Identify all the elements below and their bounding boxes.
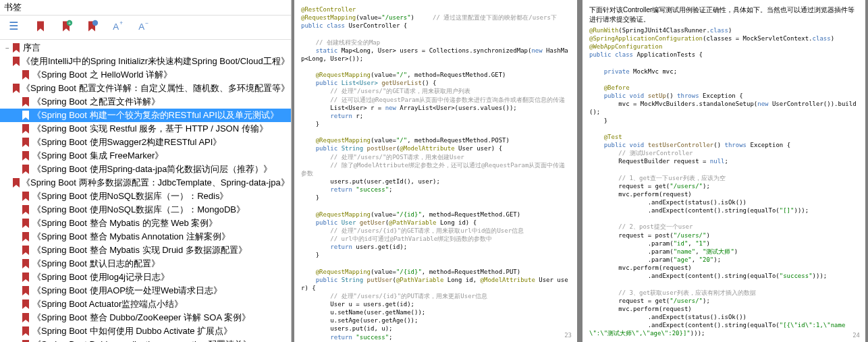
bookmark-icon xyxy=(22,111,31,120)
page-number: 23 xyxy=(564,331,572,339)
bookmark-icon xyxy=(22,232,31,241)
bookmark-item[interactable]: 《Spring Boot 集成 FreeMarker》 xyxy=(0,149,291,163)
sidebar-tab-label: 书签 xyxy=(0,0,291,16)
bookmark-label: 《Spring Boot 使用NoSQL数据库（二）：MongoDB》 xyxy=(31,204,245,216)
bookmark-item[interactable]: −序言 xyxy=(0,41,291,55)
bookmark-item[interactable]: 《Spring Boot 默认日志的配置》 xyxy=(0,257,291,270)
bookmark-label: 《Spring Boot 配置文件详解：自定义属性、随机数、多环境配置等》 xyxy=(20,82,290,94)
bookmark-icon xyxy=(22,219,31,228)
font-increase-icon[interactable]: A+ xyxy=(111,20,124,35)
bookmark-label: 《Spring Boot Dubbo applications.properti… xyxy=(31,339,252,342)
bookmark-icon xyxy=(22,165,31,174)
bookmark-item[interactable]: 《Spring Boot 使用AOP统一处理Web请求日志》 xyxy=(0,284,291,297)
bookmark-label: 《Spring Boot 之配置文件详解》 xyxy=(31,96,160,108)
bookmark-item[interactable]: 《Spring Boot Dubbo applications.properti… xyxy=(0,338,291,342)
bookmark-item[interactable]: 《Spring Boot 使用NoSQL数据库（一）：Redis》 xyxy=(0,190,291,203)
svg-rect-0 xyxy=(10,22,18,23)
bookmarks-toolbar: + A+ A− xyxy=(0,16,291,40)
svg-text:A: A xyxy=(113,22,119,32)
bookmark-item[interactable]: 《Spring Boot 中如何使用 Dubbo Activate 扩展点》 xyxy=(0,324,291,338)
bookmark-label: 《Spring Boot 整合 Mybatis Annotation 注解案例》 xyxy=(31,231,230,243)
bookmark-label: 《Spring Boot 构建一个较为复杂的RESTful API以及单元测试》 xyxy=(31,109,279,121)
code-block-left: @RestController @RequestMapping(value="/… xyxy=(301,5,570,342)
page-left: @RestController @RequestMapping(value="/… xyxy=(294,0,577,342)
bookmark-icon xyxy=(12,178,20,188)
bookmark-icon xyxy=(22,286,31,295)
bookmark-icon xyxy=(22,97,31,107)
bookmark-icon xyxy=(22,326,31,336)
bookmark-item[interactable]: 《Spring Boot Actuator监控端点小结》 xyxy=(0,297,291,311)
bookmark-icon xyxy=(22,273,31,282)
bookmark-item[interactable]: 《Spring Boot 使用Spring-data-jpa简化数据访问层（推荐… xyxy=(0,163,291,176)
svg-text:A: A xyxy=(138,22,144,32)
svg-text:+: + xyxy=(68,21,71,26)
bookmark-item[interactable]: 《Spring Boot 整合 Mybatis Annotation 注解案例》 xyxy=(0,230,291,244)
page-number: 24 xyxy=(852,331,860,339)
bookmark-icon xyxy=(22,259,31,268)
code-block-right: @RunWith(SpringJUnit4ClassRunner.class) … xyxy=(589,26,859,342)
bookmark-item[interactable]: 《Spring Boot 使用NoSQL数据库（二）：MongoDB》 xyxy=(0,203,291,217)
bookmark-item[interactable]: 《Spring Boot 整合 Dubbo/ZooKeeper 详解 SOA 案… xyxy=(0,311,291,324)
bookmark-item[interactable]: 《Spring Boot 使用log4j记录日志》 xyxy=(0,270,291,284)
bookmarks-sidebar: 书签 + A+ A− −序言《使用IntelliJ中的Spring Initia… xyxy=(0,0,292,342)
expand-icon[interactable]: − xyxy=(3,45,12,52)
bookmark-icon xyxy=(22,192,31,201)
bookmark-icon xyxy=(12,84,20,93)
bookmark-item[interactable]: 《Spring Boot 构建一个较为复杂的RESTful API以及单元测试》 xyxy=(0,109,291,122)
svg-text:−: − xyxy=(145,20,148,26)
page-right: 下面针对该Controller编写测试用例验证正确性，具体如下。当然也可以通过浏… xyxy=(582,0,865,342)
bookmark-label: 《Spring Boot 中如何使用 Dubbo Activate 扩展点》 xyxy=(31,325,232,337)
bookmark-item[interactable]: 《Spring Boot 配置文件详解：自定义属性、随机数、多环境配置等》 xyxy=(0,82,291,95)
bookmark-label: 序言 xyxy=(22,42,40,54)
bookmark-icon xyxy=(22,246,31,255)
bookmark-item[interactable]: 《Spring Boot 实现 Restful 服务，基于 HTTP / JSO… xyxy=(0,122,291,136)
svg-rect-1 xyxy=(10,25,18,26)
bookmark-label: 《Spring Boot 两种多数据源配置：JdbcTemplate、Sprin… xyxy=(20,177,290,189)
bookmark-label: 《使用IntelliJ中的Spring Initializr来快速构建Sprin… xyxy=(20,55,290,67)
bookmark-label: 《Spring Boot 整合 Mybatis 的完整 Web 案例》 xyxy=(31,217,217,229)
bookmark-icon xyxy=(22,70,31,80)
bookmark-label: 《Spring Boot 默认日志的配置》 xyxy=(31,258,160,270)
bookmark-flag-icon[interactable] xyxy=(34,20,47,35)
bookmark-label: 《Spring Boot 整合 Mybatis 实现 Druid 多数据源配置》 xyxy=(31,244,247,256)
page-intro-text: 下面针对该Controller编写测试用例验证正确性，具体如下。当然也可以通过浏… xyxy=(589,5,859,24)
document-viewer: @RestController @RequestMapping(value="/… xyxy=(292,0,868,342)
bookmark-item[interactable]: 《Spring Boot 之 HelloWorld 详解》 xyxy=(0,68,291,82)
bookmark-label: 《Spring Boot 之 HelloWorld 详解》 xyxy=(31,69,172,81)
bookmark-item[interactable]: 《Spring Boot 整合 Mybatis 的完整 Web 案例》 xyxy=(0,217,291,230)
bookmark-icon xyxy=(22,300,31,309)
bookmark-label: 《Spring Boot Actuator监控端点小结》 xyxy=(31,298,183,310)
bookmark-icon xyxy=(22,205,31,215)
svg-rect-2 xyxy=(10,28,18,30)
bookmark-item[interactable]: 《Spring Boot 整合 Mybatis 实现 Druid 多数据源配置》 xyxy=(0,244,291,257)
bookmark-icon xyxy=(22,138,31,147)
bookmark-label: 《Spring Boot 使用NoSQL数据库（一）：Redis》 xyxy=(31,190,228,202)
bookmark-item[interactable]: 《Spring Boot 使用Swagger2构建RESTful API》 xyxy=(0,136,291,149)
svg-point-5 xyxy=(92,20,98,26)
svg-text:+: + xyxy=(119,20,123,26)
bookmark-star-icon[interactable] xyxy=(85,20,99,35)
bookmark-list-icon[interactable] xyxy=(8,20,22,35)
bookmark-item[interactable]: 《使用IntelliJ中的Spring Initializr来快速构建Sprin… xyxy=(0,55,291,68)
bookmark-icon xyxy=(22,124,31,134)
bookmark-label: 《Spring Boot 使用Spring-data-jpa简化数据访问层（推荐… xyxy=(31,163,272,175)
bookmark-item[interactable]: 《Spring Boot 两种多数据源配置：JdbcTemplate、Sprin… xyxy=(0,176,291,190)
bookmark-icon xyxy=(12,57,20,66)
bookmark-label: 《Spring Boot 实现 Restful 服务，基于 HTTP / JSO… xyxy=(31,123,268,135)
bookmark-label: 《Spring Boot 使用Swagger2构建RESTful API》 xyxy=(31,136,221,148)
font-decrease-icon[interactable]: A− xyxy=(136,20,150,35)
bookmark-label: 《Spring Boot 使用log4j记录日志》 xyxy=(31,271,169,283)
bookmark-add-icon[interactable]: + xyxy=(59,20,73,35)
bookmark-item[interactable]: 《Spring Boot 之配置文件详解》 xyxy=(0,95,291,109)
bookmark-icon xyxy=(22,313,31,322)
bookmark-label: 《Spring Boot 整合 Dubbo/ZooKeeper 详解 SOA 案… xyxy=(31,312,250,324)
bookmark-icon xyxy=(22,151,31,161)
bookmark-label: 《Spring Boot 使用AOP统一处理Web请求日志》 xyxy=(31,285,223,297)
bookmark-icon xyxy=(12,43,22,53)
bookmarks-tree: −序言《使用IntelliJ中的Spring Initializr来快速构建Sp… xyxy=(0,40,291,342)
bookmark-label: 《Spring Boot 集成 FreeMarker》 xyxy=(31,150,163,162)
